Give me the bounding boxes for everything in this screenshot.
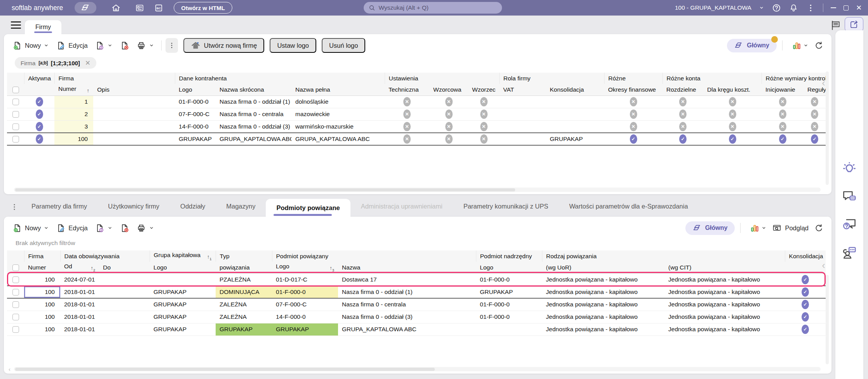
filter-chip-firma[interactable]: Firma [a;b] [1;2;3;100] ✕ — [15, 57, 96, 69]
row-checkbox[interactable] — [12, 136, 19, 143]
column-group-header[interactable]: Ustawienia — [385, 73, 499, 84]
row-select-cell[interactable] — [7, 273, 24, 286]
toolbar-edycja-button[interactable]: Edycja — [56, 41, 88, 50]
company-row[interactable]: ✓207-F-000-CNasza firma 0 - centralamazo… — [7, 108, 826, 120]
company-context-selector[interactable]: 100 - GRUPA_KAPTALOWA — [675, 4, 751, 11]
tab-parametry-dla-firmy[interactable]: Parametry dla firmy — [21, 196, 98, 217]
column-header[interactable]: Do — [99, 262, 150, 273]
row-select-cell[interactable] — [7, 323, 24, 336]
tab-administracja-uprawnieniami[interactable]: Administracja uprawnieniami — [350, 196, 453, 217]
column-header[interactable]: Nazwa pełna — [291, 84, 385, 96]
scroll-left-arrow[interactable]: ‹ — [9, 366, 10, 372]
column-group-header[interactable]: Podmiot powiązany — [272, 250, 476, 262]
select-all-cell[interactable] — [7, 84, 24, 96]
column-header[interactable]: Okresy finansowe — [604, 84, 662, 96]
column-header[interactable]: Numer↑ — [54, 84, 93, 96]
column-header[interactable]: (wg CIT) — [664, 262, 785, 273]
window-minimize-button[interactable] — [831, 7, 836, 8]
company-row[interactable]: ✓101-F-000-0Nasza firma 0 - oddział (1)d… — [7, 96, 826, 108]
horizontal-scrollbar[interactable] — [14, 188, 821, 192]
related-entity-row[interactable]: 1002018-01-01GRUPAKAPGRUPAKAPGRUPAKAPGRU… — [7, 323, 826, 336]
scroll-left-icon[interactable]: ‹ — [822, 78, 825, 88]
row-checkbox[interactable] — [12, 276, 19, 283]
select-all-checkbox[interactable] — [12, 87, 19, 93]
row-select-cell[interactable] — [7, 120, 24, 133]
tab-firmy[interactable]: Firmy — [25, 20, 61, 34]
open-in-html-button[interactable]: Otwórz w HTML — [174, 2, 232, 14]
tab-magazyny[interactable]: Magazyny — [216, 196, 266, 217]
toolbar-edycja-button[interactable]: Edycja — [56, 223, 88, 233]
remove-filter-icon[interactable]: ✕ — [85, 59, 91, 67]
select-all-checkbox[interactable] — [12, 264, 19, 271]
panel-list-icon[interactable] — [830, 19, 842, 31]
row-select-cell[interactable] — [7, 311, 24, 323]
column-group-header[interactable]: Data obowiązywania — [60, 250, 150, 262]
view-glowny-button[interactable]: Główny — [727, 39, 777, 52]
column-header[interactable]: Rozdzielne — [662, 84, 703, 96]
refresh-icon[interactable] — [814, 223, 824, 233]
app-switcher-button[interactable] — [75, 2, 96, 14]
column-header[interactable]: (wg UoR) — [542, 262, 664, 273]
column-group-header[interactable]: Różne konta — [662, 73, 762, 84]
toolbar-doc-delete-button[interactable] — [120, 41, 129, 50]
column-header[interactable]: Numer — [24, 262, 60, 273]
vertical-scrollbar[interactable] — [826, 275, 829, 364]
related-entity-row[interactable]: 1002024-07-01PZALEŻNA01-D-017-CDostawca … — [7, 273, 826, 286]
row-checkbox[interactable] — [12, 326, 19, 333]
row-checkbox[interactable] — [12, 301, 19, 308]
column-header[interactable]: Od↑2 — [60, 262, 99, 273]
row-select-cell[interactable] — [7, 286, 24, 298]
vertical-scrollbar[interactable] — [826, 71, 829, 185]
horizontal-scrollbar[interactable] — [14, 367, 821, 371]
column-header[interactable]: Logo↑3 — [272, 262, 338, 273]
column-header[interactable]: Opis — [93, 84, 175, 96]
more-menu-icon[interactable] — [806, 3, 816, 13]
row-checkbox[interactable] — [12, 289, 19, 296]
column-header[interactable] — [24, 84, 54, 96]
column-header[interactable]: Konsolidacja — [546, 84, 604, 96]
tab-użytkownicy-firmy[interactable]: Użytkownicy firmy — [98, 196, 170, 217]
toolbar-nowy-button[interactable]: Nowy — [12, 223, 49, 233]
company-row[interactable]: ✓100GRUPAKAPGRUPA_KAPTALOWA ABCGRUPA_KAP… — [7, 133, 826, 145]
column-group-header[interactable]: Dane kontrahenta — [175, 73, 385, 84]
home-icon[interactable] — [111, 3, 121, 13]
column-group-header[interactable]: Grupa kapitałowa↑1 — [150, 250, 216, 262]
tabs-more-icon[interactable] — [10, 203, 19, 211]
row-select-cell[interactable] — [7, 133, 24, 145]
preview-button[interactable]: Podgląd — [772, 223, 809, 233]
tab-podmioty-powiązane[interactable]: Podmioty powiązane — [266, 199, 350, 217]
row-checkbox[interactable] — [12, 314, 19, 320]
bc-icon[interactable]: BC — [154, 3, 164, 13]
tab-wartości-parametrów-dla-e-sprawozdania[interactable]: Wartości parametrów dla e-Sprawozdania — [559, 196, 699, 217]
toolbar-printer-button[interactable] — [136, 41, 154, 50]
hamburger-menu-icon[interactable] — [11, 21, 21, 29]
column-group-header[interactable] — [7, 250, 24, 262]
refresh-icon[interactable] — [814, 41, 824, 50]
chevron-down-icon[interactable] — [759, 5, 764, 10]
related-entity-row[interactable]: 1002018-01-01GRUPAKAPZALEŻNA14-F-000-0Na… — [7, 311, 826, 323]
scrollbar-thumb[interactable] — [15, 188, 515, 191]
remove-logo-button[interactable]: Usuń logo — [322, 38, 365, 53]
column-group-header[interactable]: Rodzaj powiązania — [542, 250, 785, 262]
select-all-cell[interactable] — [7, 262, 24, 273]
sort-arrow-icon[interactable]: ↑1 — [207, 254, 212, 261]
people-chat-icon[interactable] — [841, 245, 858, 261]
column-header[interactable]: Wzorzec — [468, 84, 499, 96]
notifications-icon[interactable] — [789, 3, 798, 13]
toolbar-doc-info-button[interactable] — [95, 223, 113, 233]
column-group-header[interactable]: Typ — [216, 250, 272, 262]
view-glowny-button[interactable]: Główny — [685, 221, 735, 235]
chart-view-button[interactable] — [750, 223, 767, 233]
column-group-header[interactable]: Różne wymiary kontroli — [762, 73, 826, 84]
toolbar-more-button[interactable] — [166, 38, 178, 53]
window-close-button[interactable]: ✕ — [856, 4, 862, 11]
row-select-cell[interactable] — [7, 298, 24, 311]
column-group-header[interactable]: Firma — [24, 250, 60, 262]
row-select-cell[interactable] — [7, 96, 24, 108]
global-search[interactable] — [364, 2, 502, 14]
column-group-header[interactable]: Różne — [604, 73, 662, 84]
tab-oddziały[interactable]: Oddziały — [170, 196, 216, 217]
column-group-header[interactable]: Aktywna — [24, 73, 54, 84]
toolbar-doc-delete-button[interactable] — [120, 223, 129, 233]
scroll-left-icon[interactable]: ‹ — [822, 260, 825, 270]
